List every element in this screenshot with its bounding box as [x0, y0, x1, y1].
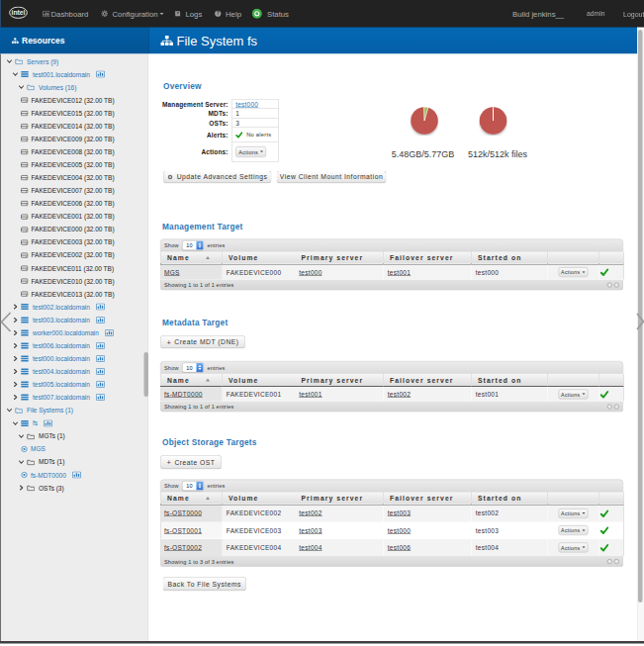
svg-text:intel: intel [12, 9, 26, 16]
